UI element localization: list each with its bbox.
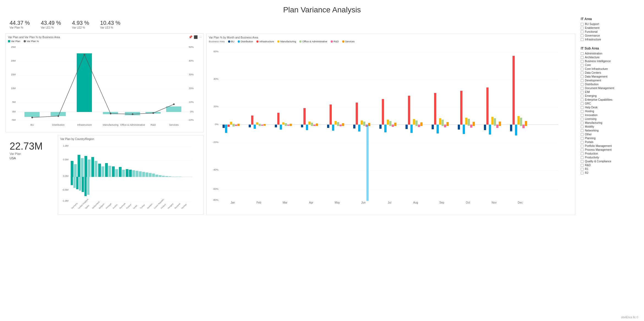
svg-text:Manufacturing: Manufacturing — [103, 124, 118, 126]
pin-icon[interactable]: 📌 — [188, 35, 193, 39]
svg-rect-82 — [172, 177, 175, 177]
filter-planning[interactable]: Planning — [581, 137, 638, 140]
checkbox-planning[interactable] — [581, 137, 583, 140]
filter-portals[interactable]: Portals — [581, 141, 638, 144]
svg-rect-190 — [437, 125, 439, 133]
svg-rect-23 — [77, 53, 92, 112]
svg-rect-199 — [465, 118, 467, 125]
checkbox-networking[interactable] — [581, 129, 583, 132]
filter-mobility[interactable]: Mobility — [581, 125, 638, 128]
checkbox-hosting[interactable] — [581, 110, 583, 113]
checkbox-r2[interactable] — [581, 172, 583, 174]
chart1-toolbar[interactable]: 📌 ⬛ ··· — [188, 35, 202, 39]
checkbox-distribution[interactable] — [581, 83, 583, 86]
checkbox-r1[interactable] — [581, 168, 583, 171]
filter-functional[interactable]: Functional — [581, 30, 638, 33]
filter-data-centers[interactable]: Data Centers — [581, 71, 638, 74]
filter-r1[interactable]: R1 — [581, 168, 638, 171]
filter-manufacturing[interactable]: Manufacturing — [581, 121, 638, 124]
filter-help-desk[interactable]: Help Desk — [581, 106, 638, 109]
svg-rect-73 — [142, 172, 145, 177]
filter-other[interactable]: Other — [581, 133, 638, 136]
filter-quality-compliance[interactable]: Quality & Compliance — [581, 160, 638, 163]
filter-innovation[interactable]: Innovation — [581, 114, 638, 117]
checkbox-core-infrastructure[interactable] — [581, 68, 583, 70]
filter-development[interactable]: Development — [581, 79, 638, 82]
svg-rect-205 — [486, 87, 489, 125]
checkbox-enablement[interactable] — [581, 27, 583, 29]
svg-rect-138 — [264, 124, 266, 126]
checkbox-innovation[interactable] — [581, 114, 583, 117]
checkbox-mobility[interactable] — [581, 125, 583, 128]
checkbox-emerging[interactable] — [581, 95, 583, 97]
checkbox-productivity[interactable] — [581, 156, 583, 159]
filter-licensing[interactable]: Licensing — [581, 117, 638, 120]
checkbox-development[interactable] — [581, 79, 583, 82]
filter-distribution[interactable]: Distribution — [581, 83, 638, 86]
filter-emerging[interactable]: Emerging — [581, 94, 638, 97]
checkbox-bu-support[interactable] — [581, 23, 583, 26]
filter-core[interactable]: Core — [581, 64, 638, 67]
filter-rd[interactable]: R&D — [581, 164, 638, 167]
filter-grc[interactable]: GRC — [581, 102, 638, 105]
filter-document-management[interactable]: Document Management — [581, 87, 638, 90]
checkbox-portals[interactable] — [581, 141, 583, 144]
filter-eim[interactable]: EIM — [581, 90, 638, 94]
svg-rect-160 — [337, 122, 339, 126]
checkbox-manufacturing[interactable] — [581, 122, 583, 124]
checkbox-grc[interactable] — [581, 102, 583, 105]
filter-r2[interactable]: R2 — [581, 171, 638, 174]
checkbox-help-desk[interactable] — [581, 106, 583, 109]
svg-rect-151 — [308, 122, 311, 125]
svg-rect-191 — [439, 118, 441, 125]
svg-rect-144 — [285, 123, 287, 126]
svg-text:20%: 20% — [189, 87, 194, 90]
filter-data-management[interactable]: Data Management — [581, 75, 638, 78]
svg-rect-154 — [316, 124, 318, 126]
svg-rect-87 — [76, 177, 78, 189]
checkbox-portfolio-management[interactable] — [581, 145, 583, 147]
checkbox-document-management[interactable] — [581, 87, 583, 90]
filter-process-management[interactable]: Process Management — [581, 148, 638, 151]
checkbox-quality-compliance[interactable] — [581, 160, 583, 163]
checkbox-eim[interactable] — [581, 91, 583, 94]
filter-label-other: Other — [585, 133, 592, 136]
checkbox-licensing[interactable] — [581, 118, 583, 120]
filter-label-data-centers: Data Centers — [585, 71, 601, 74]
big-number-value: 22.73M — [10, 141, 51, 152]
filter-core-infrastructure[interactable]: Core Infrastructure — [581, 67, 638, 70]
filter-production[interactable]: Production — [581, 152, 638, 155]
checkbox-governance[interactable] — [581, 34, 583, 37]
checkbox-architecture[interactable] — [581, 56, 583, 59]
checkbox-core[interactable] — [581, 64, 583, 67]
filter-business-intelligence[interactable]: Business Intelligence — [581, 60, 638, 63]
checkbox-production[interactable] — [581, 152, 583, 155]
checkbox-infrastructure[interactable] — [581, 38, 583, 41]
checkbox-data-centers[interactable] — [581, 72, 583, 74]
checkbox-data-management[interactable] — [581, 75, 583, 78]
checkbox-enterprise-capabilities[interactable] — [581, 98, 583, 101]
filter-governance[interactable]: Governance — [581, 34, 638, 37]
svg-rect-70 — [132, 170, 135, 177]
svg-rect-192 — [442, 120, 444, 126]
filter-enterprise-capabilities[interactable]: Enterprise Capabilities — [581, 98, 638, 101]
svg-rect-161 — [339, 125, 342, 126]
checkbox-rd[interactable] — [581, 164, 583, 167]
filter-portfolio-management[interactable]: Portfolio Management — [581, 144, 638, 147]
filter-infrastructure[interactable]: Infrastructure — [581, 38, 638, 41]
checkbox-other[interactable] — [581, 133, 583, 136]
checkbox-functional[interactable] — [581, 31, 583, 33]
filter-enablement[interactable]: Enablement — [581, 26, 638, 29]
more-icon[interactable]: ··· — [199, 35, 202, 39]
checkbox-business-intelligence[interactable] — [581, 60, 583, 63]
expand-icon[interactable]: ⬛ — [194, 35, 198, 39]
checkbox-process-management[interactable] — [581, 149, 583, 151]
filter-networking[interactable]: Networking — [581, 129, 638, 132]
filter-hosting[interactable]: Hosting — [581, 110, 638, 113]
filter-bu-support[interactable]: BU Support — [581, 23, 638, 26]
legend-var-plan: Var Plan — [8, 40, 20, 43]
filter-productivity[interactable]: Productivity — [581, 156, 638, 159]
checkbox-administration[interactable] — [581, 52, 583, 55]
filter-administration[interactable]: Administration — [581, 52, 638, 55]
filter-architecture[interactable]: Architecture — [581, 56, 638, 59]
